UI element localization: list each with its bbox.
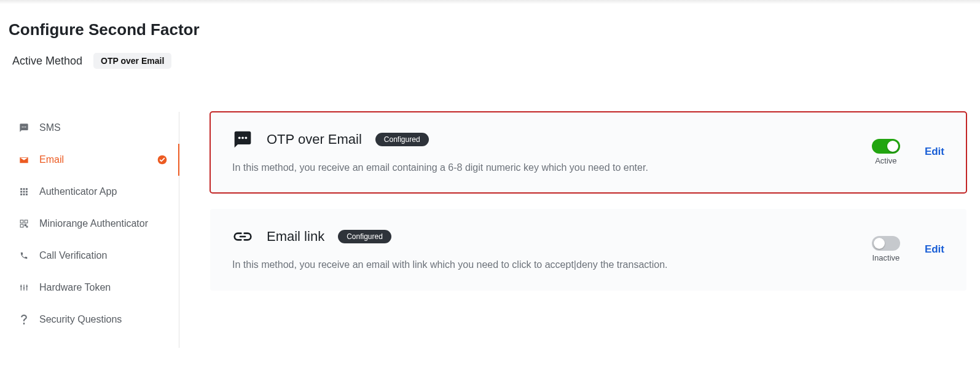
svg-rect-11 — [23, 194, 25, 195]
svg-rect-15 — [20, 224, 23, 227]
phone-icon — [18, 251, 29, 260]
svg-rect-16 — [25, 224, 26, 226]
active-toggle[interactable] — [872, 139, 900, 154]
svg-rect-9 — [26, 191, 28, 193]
sms-icon — [18, 123, 29, 133]
svg-point-20 — [245, 136, 247, 139]
method-main: Email link Configured In this method, yo… — [232, 226, 847, 272]
active-method-label: Active Method — [12, 55, 82, 68]
sidebar-item-authenticator-app[interactable]: Authenticator App — [7, 176, 179, 208]
svg-point-1 — [23, 127, 25, 128]
sidebar-item-miniorange-authenticator[interactable]: Miniorange Authenticator — [7, 208, 179, 240]
sidebar-item-email[interactable]: Email — [7, 144, 179, 176]
svg-rect-6 — [26, 188, 28, 190]
sidebar-item-hardware-token[interactable]: Hardware Token — [7, 272, 179, 304]
svg-rect-10 — [20, 194, 22, 195]
method-actions: Inactive Edit — [872, 236, 944, 262]
top-shadow — [0, 0, 980, 4]
method-description: In this method, you receive an email wit… — [232, 258, 847, 272]
active-toggle[interactable] — [872, 236, 900, 251]
grid-icon — [18, 187, 29, 196]
method-card-otp-over-email: OTP over Email Configured In this method… — [210, 112, 966, 193]
check-badge-icon — [157, 154, 168, 165]
method-actions: Active Edit — [872, 139, 944, 165]
sidebar-item-label: Hardware Token — [39, 282, 111, 293]
method-title: Email link — [267, 229, 324, 245]
method-main: OTP over Email Configured In this method… — [232, 129, 847, 175]
svg-point-18 — [238, 136, 241, 139]
page-container: Configure Second Factor Active Method OT… — [0, 20, 980, 366]
page-title: Configure Second Factor — [9, 20, 973, 39]
svg-rect-17 — [26, 226, 28, 227]
sidebar-item-call-verification[interactable]: Call Verification — [7, 240, 179, 272]
svg-rect-4 — [20, 188, 22, 190]
svg-point-2 — [25, 127, 26, 128]
method-header: OTP over Email Configured — [232, 129, 847, 150]
svg-rect-13 — [20, 220, 23, 223]
svg-rect-7 — [20, 191, 22, 193]
sidebar-item-security-questions[interactable]: Security Questions — [7, 304, 179, 336]
chat-dots-icon — [232, 129, 253, 150]
sidebar-item-label: Miniorange Authenticator — [39, 218, 148, 229]
main-content: OTP over Email Configured In this method… — [210, 112, 973, 348]
method-card-email-link: Email link Configured In this method, yo… — [210, 209, 966, 290]
method-description: In this method, you receive an email con… — [232, 161, 847, 175]
svg-point-19 — [241, 136, 244, 139]
active-method-value: OTP over Email — [93, 53, 171, 69]
status-pill: Configured — [375, 133, 429, 146]
method-title: OTP over Email — [267, 132, 362, 147]
toggle-state-label: Inactive — [872, 253, 900, 262]
active-method-row: Active Method OTP over Email — [12, 53, 973, 69]
svg-point-0 — [22, 127, 23, 128]
email-icon — [18, 155, 29, 164]
toggle-state-label: Active — [875, 156, 896, 165]
sidebar-item-sms[interactable]: SMS — [7, 112, 179, 144]
layout: SMS Email Authenticator App — [7, 112, 973, 348]
sidebar-item-label: SMS — [39, 122, 61, 133]
svg-rect-14 — [25, 220, 28, 223]
edit-button[interactable]: Edit — [925, 146, 944, 158]
method-header: Email link Configured — [232, 226, 847, 247]
edit-button[interactable]: Edit — [925, 243, 944, 256]
toggle-group: Active — [872, 139, 900, 165]
token-icon — [18, 283, 29, 292]
qr-icon — [18, 219, 29, 228]
sidebar-item-label: Call Verification — [39, 250, 107, 261]
sidebar-item-label: Email — [39, 154, 64, 165]
status-pill: Configured — [338, 230, 391, 243]
link-icon — [232, 226, 253, 247]
sidebar-item-label: Security Questions — [39, 314, 122, 325]
toggle-group: Inactive — [872, 236, 900, 262]
sidebar: SMS Email Authenticator App — [7, 112, 179, 348]
sidebar-item-label: Authenticator App — [39, 186, 117, 197]
question-icon — [18, 315, 29, 324]
svg-rect-12 — [26, 194, 28, 195]
svg-rect-5 — [23, 188, 25, 190]
svg-rect-8 — [23, 191, 25, 193]
